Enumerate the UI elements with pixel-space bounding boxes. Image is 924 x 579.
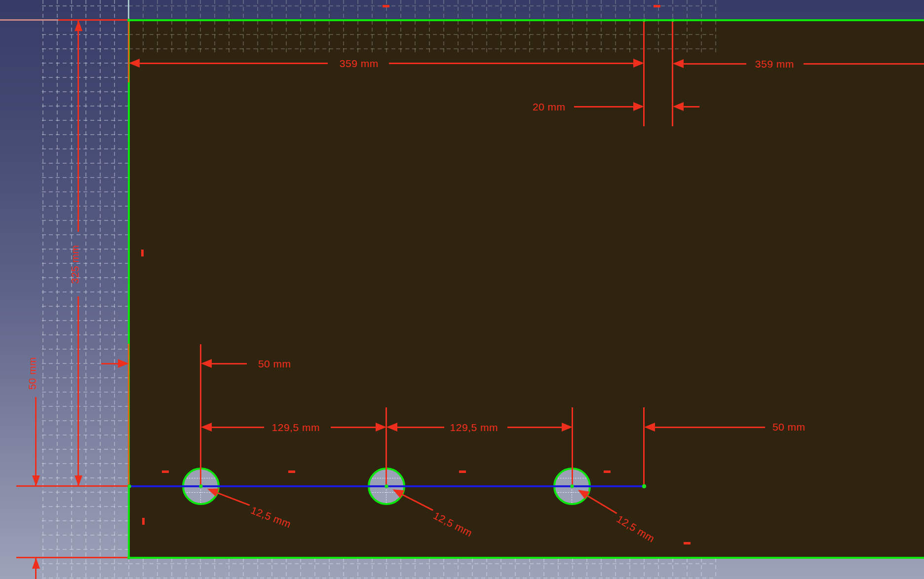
dim-359-top-label[interactable]: 359 mm	[340, 58, 379, 69]
dim-359-top-line-b[interactable]	[389, 63, 633, 64]
vertex-point[interactable]	[127, 556, 130, 559]
dim-325-label[interactable]: 325 mm	[70, 245, 80, 284]
dim-50-left-label[interactable]: 50 mm	[27, 357, 38, 390]
dimension-arrow[interactable]	[633, 59, 644, 68]
dim-359-right-label[interactable]: 359 mm	[755, 59, 794, 70]
dim-50-left-line-a[interactable]	[35, 397, 37, 486]
dimension-arrow[interactable]	[386, 423, 397, 432]
x-axis	[0, 19, 58, 21]
dim-129-left-line-b[interactable]	[331, 427, 376, 428]
face-edge-bottom[interactable]	[128, 557, 924, 559]
dim-325-line-a[interactable]	[77, 20, 79, 232]
constraint-tick[interactable]	[142, 518, 145, 525]
dimension-arrow[interactable]	[644, 423, 655, 432]
dimension-arrow[interactable]	[201, 423, 212, 432]
vertex-point[interactable]	[642, 484, 646, 488]
ext-line-top-edge[interactable]	[58, 19, 129, 21]
ext-circle2-vertical[interactable]	[385, 407, 387, 486]
constraint-tick[interactable]	[383, 5, 389, 7]
vertex-point[interactable]	[571, 485, 574, 488]
constraint-tick[interactable]	[604, 470, 611, 473]
dimension-arrow[interactable]	[562, 423, 573, 432]
dim-129-right-line-b[interactable]	[507, 427, 562, 428]
dimension-arrow[interactable]	[75, 475, 82, 486]
dimension-arrow[interactable]	[376, 423, 386, 432]
ext-endpoint-vertical[interactable]	[643, 407, 645, 484]
y-axis	[128, 0, 129, 19]
dim-50-right-label[interactable]: 50 mm	[772, 422, 806, 433]
constraint-tick[interactable]	[288, 470, 295, 473]
dim-20-line-a[interactable]	[574, 106, 633, 108]
dim-129-right-label[interactable]: 129,5 mm	[450, 422, 498, 433]
vertex-point[interactable]	[643, 19, 646, 22]
dim-359-right-line-a[interactable]	[684, 63, 746, 65]
dim-359-top-line-a[interactable]	[140, 63, 328, 64]
extruded-face[interactable]	[128, 19, 924, 559]
dim-20-line-b[interactable]	[684, 106, 699, 108]
dim-325-line-b[interactable]	[77, 296, 79, 486]
dim-129-left-label[interactable]: 129,5 mm	[271, 422, 319, 433]
vertex-point[interactable]	[199, 485, 203, 488]
vertex-point[interactable]	[385, 485, 388, 488]
dim-50-right-line[interactable]	[655, 427, 765, 428]
sketch-viewport[interactable]: 359 mm359 mm20 mm325 mm50 mm50 mm129,5 m…	[0, 0, 924, 579]
dimension-arrow[interactable]	[201, 359, 212, 368]
dimension-helper-on-edge	[128, 20, 129, 82]
constraint-tick[interactable]	[459, 470, 466, 473]
dimension-arrow[interactable]	[673, 102, 684, 111]
dim-129-right-line-a[interactable]	[397, 427, 444, 428]
ext-circle3-vertical[interactable]	[572, 407, 573, 486]
dimension-arrow[interactable]	[633, 102, 644, 111]
dimension-arrow[interactable]	[118, 359, 129, 368]
dimension-arrow[interactable]	[32, 475, 40, 486]
vertex-point[interactable]	[671, 19, 674, 22]
vertex-point[interactable]	[128, 485, 131, 488]
dim-50-first-line-a[interactable]	[101, 363, 118, 364]
dimension-arrow[interactable]	[32, 558, 40, 569]
dimension-arrow[interactable]	[129, 59, 140, 68]
dim-20-label[interactable]: 20 mm	[533, 102, 566, 112]
dim-129-left-line-a[interactable]	[212, 427, 264, 428]
dimension-arrow[interactable]	[673, 59, 684, 68]
dim-359-right-line-b[interactable]	[804, 63, 924, 65]
constraint-tick[interactable]	[684, 542, 691, 544]
constraint-tick[interactable]	[141, 250, 144, 256]
constraint-tick[interactable]	[654, 5, 660, 7]
dimension-arrow[interactable]	[75, 20, 82, 31]
vertex-point[interactable]	[127, 19, 130, 22]
face-edge-top[interactable]	[128, 19, 924, 21]
constraint-tick[interactable]	[162, 470, 169, 473]
dim-50-first-label[interactable]: 50 mm	[258, 359, 291, 369]
dim-50-first-line-b[interactable]	[212, 363, 247, 364]
